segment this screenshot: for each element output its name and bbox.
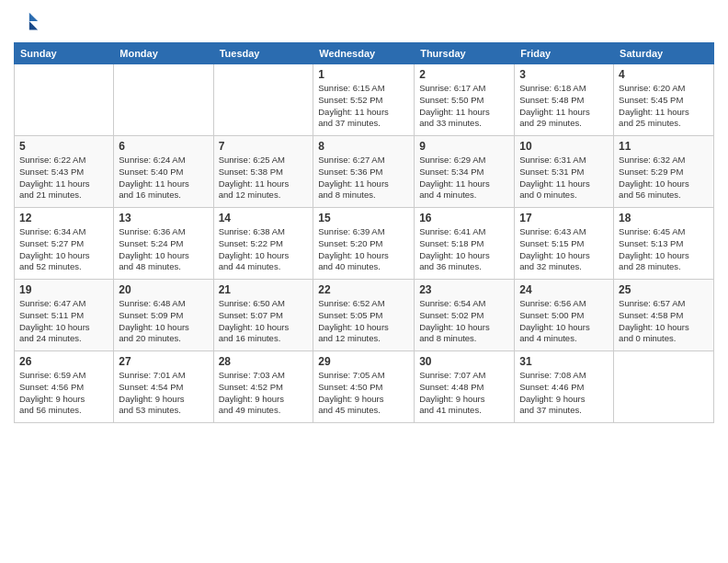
day-number: 22 [318,283,409,296]
day-info: Sunrise: 6:52 AM Sunset: 5:05 PM Dayligh… [318,298,409,345]
day-info: Sunrise: 6:57 AM Sunset: 4:58 PM Dayligh… [619,298,709,345]
day-number: 11 [619,140,709,153]
calendar-cell: 17Sunrise: 6:43 AM Sunset: 5:15 PM Dayli… [515,208,614,280]
weekday-header-sunday: Sunday [15,43,114,64]
day-number: 30 [419,355,509,368]
day-number: 26 [19,355,108,368]
header [14,9,714,35]
calendar-cell: 1Sunrise: 6:15 AM Sunset: 5:52 PM Daylig… [313,64,415,136]
day-info: Sunrise: 7:07 AM Sunset: 4:48 PM Dayligh… [419,370,509,417]
day-info: Sunrise: 6:18 AM Sunset: 5:48 PM Dayligh… [519,83,609,130]
day-number: 17 [519,212,609,224]
day-number: 29 [318,355,409,368]
calendar-cell: 14Sunrise: 6:38 AM Sunset: 5:22 PM Dayli… [213,208,313,280]
calendar-cell: 27Sunrise: 7:01 AM Sunset: 4:54 PM Dayli… [114,351,213,423]
calendar-cell [614,351,714,423]
calendar-cell: 13Sunrise: 6:36 AM Sunset: 5:24 PM Dayli… [114,208,213,280]
weekday-header-wednesday: Wednesday [313,43,415,64]
day-number: 21 [219,283,309,296]
calendar-cell: 11Sunrise: 6:32 AM Sunset: 5:29 PM Dayli… [614,136,714,208]
calendar-cell: 24Sunrise: 6:56 AM Sunset: 5:00 PM Dayli… [515,280,614,351]
day-info: Sunrise: 6:34 AM Sunset: 5:27 PM Dayligh… [19,226,108,273]
calendar-cell: 20Sunrise: 6:48 AM Sunset: 5:09 PM Dayli… [114,280,213,351]
day-number: 28 [219,355,309,368]
calendar-cell: 7Sunrise: 6:25 AM Sunset: 5:38 PM Daylig… [213,136,313,208]
day-info: Sunrise: 6:20 AM Sunset: 5:45 PM Dayligh… [619,83,709,130]
calendar-cell: 3Sunrise: 6:18 AM Sunset: 5:48 PM Daylig… [515,64,614,136]
svg-marker-1 [29,21,38,29]
day-number: 27 [119,355,208,368]
day-number: 13 [119,212,208,224]
calendar-cell: 23Sunrise: 6:54 AM Sunset: 5:02 PM Dayli… [415,280,515,351]
day-info: Sunrise: 6:54 AM Sunset: 5:02 PM Dayligh… [419,298,509,345]
day-number: 6 [119,140,208,153]
day-info: Sunrise: 6:24 AM Sunset: 5:40 PM Dayligh… [119,155,208,201]
day-number: 16 [419,212,509,224]
weekday-header-tuesday: Tuesday [213,43,313,64]
calendar-cell: 9Sunrise: 6:29 AM Sunset: 5:34 PM Daylig… [415,136,515,208]
calendar-cell: 30Sunrise: 7:07 AM Sunset: 4:48 PM Dayli… [415,351,515,423]
calendar-cell: 26Sunrise: 6:59 AM Sunset: 4:56 PM Dayli… [15,351,114,423]
calendar-cell: 25Sunrise: 6:57 AM Sunset: 4:58 PM Dayli… [614,280,714,351]
weekday-header-monday: Monday [114,43,213,64]
day-info: Sunrise: 6:48 AM Sunset: 5:09 PM Dayligh… [119,298,208,345]
week-row-2: 5Sunrise: 6:22 AM Sunset: 5:43 PM Daylig… [15,136,714,208]
day-info: Sunrise: 6:36 AM Sunset: 5:24 PM Dayligh… [119,226,208,273]
calendar-table: SundayMondayTuesdayWednesdayThursdayFrid… [14,42,714,423]
day-info: Sunrise: 6:27 AM Sunset: 5:36 PM Dayligh… [318,155,409,201]
day-info: Sunrise: 6:22 AM Sunset: 5:43 PM Dayligh… [19,155,108,201]
calendar-cell: 29Sunrise: 7:05 AM Sunset: 4:50 PM Dayli… [313,351,415,423]
calendar-cell [15,64,114,136]
calendar-cell: 21Sunrise: 6:50 AM Sunset: 5:07 PM Dayli… [213,280,313,351]
day-info: Sunrise: 6:56 AM Sunset: 5:00 PM Dayligh… [519,298,609,345]
day-info: Sunrise: 6:39 AM Sunset: 5:20 PM Dayligh… [318,226,409,273]
day-number: 25 [619,283,709,296]
day-number: 4 [619,68,709,81]
calendar-cell: 8Sunrise: 6:27 AM Sunset: 5:36 PM Daylig… [313,136,415,208]
calendar-cell: 19Sunrise: 6:47 AM Sunset: 5:11 PM Dayli… [15,280,114,351]
day-number: 23 [419,283,509,296]
logo-icon [14,9,40,35]
day-number: 18 [619,212,709,224]
calendar-cell: 5Sunrise: 6:22 AM Sunset: 5:43 PM Daylig… [15,136,114,208]
day-number: 14 [219,212,309,224]
calendar-cell: 4Sunrise: 6:20 AM Sunset: 5:45 PM Daylig… [614,64,714,136]
day-info: Sunrise: 6:32 AM Sunset: 5:29 PM Dayligh… [619,155,709,201]
calendar-cell: 18Sunrise: 6:45 AM Sunset: 5:13 PM Dayli… [614,208,714,280]
day-info: Sunrise: 7:08 AM Sunset: 4:46 PM Dayligh… [519,370,609,417]
calendar-cell: 16Sunrise: 6:41 AM Sunset: 5:18 PM Dayli… [415,208,515,280]
logo [14,9,43,35]
calendar-cell: 10Sunrise: 6:31 AM Sunset: 5:31 PM Dayli… [515,136,614,208]
calendar-cell: 12Sunrise: 6:34 AM Sunset: 5:27 PM Dayli… [15,208,114,280]
day-info: Sunrise: 6:41 AM Sunset: 5:18 PM Dayligh… [419,226,509,273]
week-row-3: 12Sunrise: 6:34 AM Sunset: 5:27 PM Dayli… [15,208,714,280]
day-info: Sunrise: 6:15 AM Sunset: 5:52 PM Dayligh… [318,83,409,130]
day-info: Sunrise: 6:47 AM Sunset: 5:11 PM Dayligh… [19,298,108,345]
day-info: Sunrise: 7:05 AM Sunset: 4:50 PM Dayligh… [318,370,409,417]
calendar-cell [213,64,313,136]
page: SundayMondayTuesdayWednesdayThursdayFrid… [0,0,728,563]
week-row-1: 1Sunrise: 6:15 AM Sunset: 5:52 PM Daylig… [15,64,714,136]
week-row-4: 19Sunrise: 6:47 AM Sunset: 5:11 PM Dayli… [15,280,714,351]
day-number: 10 [519,140,609,153]
day-number: 2 [419,68,509,81]
day-info: Sunrise: 7:03 AM Sunset: 4:52 PM Dayligh… [219,370,309,417]
day-info: Sunrise: 6:59 AM Sunset: 4:56 PM Dayligh… [19,370,108,417]
day-info: Sunrise: 6:50 AM Sunset: 5:07 PM Dayligh… [219,298,309,345]
calendar-cell: 15Sunrise: 6:39 AM Sunset: 5:20 PM Dayli… [313,208,415,280]
weekday-header-row: SundayMondayTuesdayWednesdayThursdayFrid… [15,43,714,64]
day-number: 24 [519,283,609,296]
week-row-5: 26Sunrise: 6:59 AM Sunset: 4:56 PM Dayli… [15,351,714,423]
calendar-cell: 2Sunrise: 6:17 AM Sunset: 5:50 PM Daylig… [415,64,515,136]
day-number: 31 [519,355,609,368]
day-number: 19 [19,283,108,296]
day-number: 9 [419,140,509,153]
calendar-cell [114,64,213,136]
day-info: Sunrise: 6:45 AM Sunset: 5:13 PM Dayligh… [619,226,709,273]
calendar-cell: 31Sunrise: 7:08 AM Sunset: 4:46 PM Dayli… [515,351,614,423]
calendar-cell: 28Sunrise: 7:03 AM Sunset: 4:52 PM Dayli… [213,351,313,423]
day-info: Sunrise: 6:17 AM Sunset: 5:50 PM Dayligh… [419,83,509,130]
day-number: 7 [219,140,309,153]
day-number: 5 [19,140,108,153]
weekday-header-thursday: Thursday [415,43,515,64]
